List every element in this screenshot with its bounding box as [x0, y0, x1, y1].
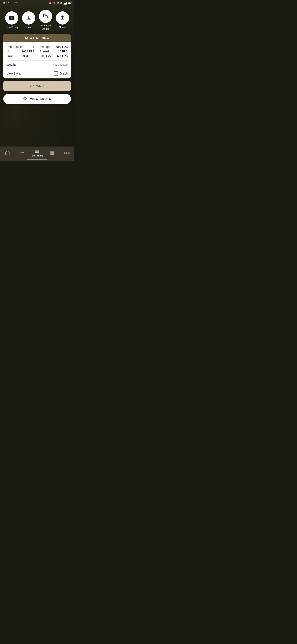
save-icon — [26, 15, 31, 21]
signal-bar-4 — [66, 2, 67, 4]
all-saved-circle — [39, 10, 52, 23]
stats-divider — [6, 60, 68, 60]
status-left: 10:15 ♪ ♪ 70° — [2, 2, 18, 5]
all-saved-strings-button[interactable]: All SavedStrings — [39, 10, 52, 30]
shot-string-nav-icon — [34, 149, 40, 154]
hi-value: 1002 FPS — [22, 50, 34, 53]
nav-item-shot-string[interactable]: Shot String — [30, 149, 44, 157]
view-shots-button[interactable]: VIEW SHOTS — [3, 94, 71, 104]
temperature-display: 70° — [14, 2, 18, 5]
card-title: SHOT STRING — [25, 36, 49, 40]
all-saved-label: All SavedStrings — [40, 24, 51, 30]
copy-icon — [43, 14, 48, 19]
spread-label: Spread: — [40, 50, 50, 53]
signal-bar-3 — [65, 3, 66, 4]
network-display: 5GUC — [57, 2, 62, 4]
new-string-label: New String — [6, 26, 18, 29]
status-right: ⏰ 🔇 5GUC — [49, 2, 72, 4]
shot-count-value: 16 — [31, 45, 34, 48]
battery-fill — [68, 2, 70, 4]
alarm-icon: ⏰ — [49, 2, 52, 4]
signal-bar-1 — [63, 4, 64, 4]
share-label: Share — [59, 26, 66, 29]
spread-value: 18 FPS — [58, 50, 68, 53]
main-content: New String Save All SavedStrings — [0, 6, 74, 106]
shot-count-row: Shot Count: 16 — [6, 44, 34, 49]
more-icon: ●●● — [64, 150, 70, 156]
settings-icon — [49, 150, 55, 156]
action-buttons-row: New String Save All SavedStrings — [3, 8, 71, 34]
save-circle — [22, 11, 35, 24]
std-dev-value: 5.5 FPS — [57, 54, 68, 58]
bottom-home-indicator — [27, 159, 47, 160]
bottom-nav: Shot String ●●● — [0, 146, 74, 161]
share-button[interactable]: Share — [56, 11, 69, 29]
shot-string-card: SHOT STRING Shot Count: 16 Hi: 1002 FPS … — [3, 34, 71, 78]
home-icon — [4, 150, 10, 156]
svg-line-10 — [35, 151, 36, 151]
weather-label: Weather: — [6, 63, 18, 66]
svg-rect-1 — [45, 16, 47, 18]
low-label: Low: — [6, 54, 13, 58]
hi-label: Hi: — [6, 50, 10, 53]
tiktok-icon-2: ♪ — [12, 2, 13, 5]
expand-button[interactable]: EXPAND — [3, 81, 71, 91]
weather-row: Weather: Not Updated — [6, 62, 68, 67]
nav-item-rifle[interactable] — [15, 150, 30, 156]
svg-line-8 — [35, 150, 36, 150]
share-circle — [56, 11, 69, 24]
average-label: Average: — [40, 45, 51, 48]
save-label: Save — [26, 26, 31, 29]
card-header: SHOT STRING — [3, 34, 71, 42]
hi-row: Hi: 1002 FPS — [6, 49, 34, 54]
new-string-circle — [5, 11, 18, 24]
view-shots-label: VIEW SHOTS — [30, 97, 51, 100]
view-style-label: View Style: — [6, 72, 21, 75]
svg-point-13 — [51, 152, 53, 154]
rifle-icon — [19, 150, 25, 156]
spread-row: Spread: 18 FPS — [40, 49, 68, 54]
average-value: 996 FPS — [56, 45, 68, 48]
nav-item-more[interactable]: ●●● — [59, 150, 74, 156]
nav-item-home[interactable] — [0, 150, 15, 156]
mute-icon: 🔇 — [53, 2, 56, 4]
weather-divider — [6, 69, 68, 69]
save-button[interactable]: Save — [22, 11, 35, 29]
more-dots: ●●● — [63, 151, 70, 155]
search-icon — [23, 96, 28, 101]
signal-bar-2 — [64, 3, 65, 4]
std-dev-row: STD Dev: 5.5 FPS — [40, 54, 68, 58]
stats-right-column: Average: 996 FPS Spread: 18 FPS STD Dev:… — [37, 44, 68, 58]
graph-option[interactable]: Graph — [54, 72, 68, 76]
battery-icon — [68, 2, 72, 4]
low-row: Low: 984 FPS — [6, 54, 34, 58]
shot-string-nav-label: Shot String — [31, 154, 43, 157]
shot-count-label: Shot Count: — [6, 45, 22, 48]
low-value: 984 FPS — [23, 54, 34, 58]
nav-item-settings[interactable] — [44, 150, 59, 156]
average-row: Average: 996 FPS — [40, 44, 68, 49]
new-string-button[interactable]: New String — [5, 11, 18, 29]
stats-grid: Shot Count: 16 Hi: 1002 FPS Low: 984 FPS — [6, 44, 68, 58]
new-string-icon — [9, 15, 15, 21]
signal-bars — [63, 2, 67, 4]
share-icon — [60, 15, 65, 21]
time-display: 10:15 — [2, 2, 9, 5]
stats-left-column: Shot Count: 16 Hi: 1002 FPS Low: 984 FPS — [6, 44, 37, 58]
view-style-row: View Style: Graph — [6, 70, 68, 76]
std-dev-label: STD Dev: — [40, 54, 52, 58]
weather-status: Not Updated — [53, 63, 68, 66]
card-body: Shot Count: 16 Hi: 1002 FPS Low: 984 FPS — [3, 42, 71, 78]
tiktok-icon-1: ♪ — [10, 2, 11, 5]
status-bar: 10:15 ♪ ♪ 70° ⏰ 🔇 5GUC — [0, 0, 74, 6]
svg-line-12 — [35, 152, 36, 152]
graph-label: Graph — [60, 72, 68, 75]
graph-checkbox[interactable] — [54, 72, 58, 76]
